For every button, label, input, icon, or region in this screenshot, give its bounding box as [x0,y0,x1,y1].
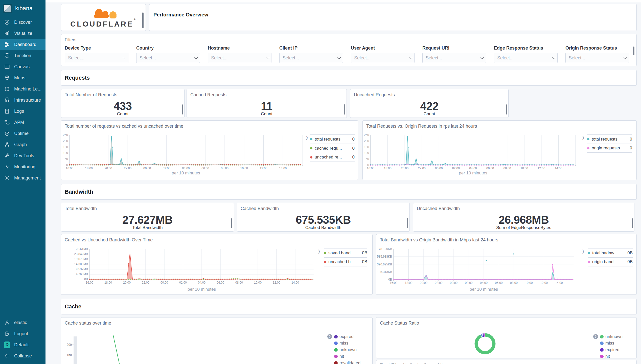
sidebar-footer-item-collapse[interactable]: Collapse [0,350,45,361]
svg-text:28.61MB: 28.61MB [76,247,88,251]
legend-collapse-icon[interactable]: ❯ [582,249,584,254]
filter-select[interactable]: Select... [422,53,486,63]
legend-item-total-requests[interactable]: total requests0 [587,134,632,144]
legend-dot [334,348,338,352]
sidebar-item-timelion[interactable]: Timelion [0,50,45,61]
legend-value: 0B [362,259,367,264]
legend-collapse-icon[interactable]: ❯ [327,334,332,339]
legend-item-unknown[interactable]: unknown [334,347,360,353]
select-placeholder: Select... [569,55,624,61]
filter-label: Country [136,46,200,51]
panel-scrollbar-thumb[interactable] [344,104,345,115]
panel-scrollbar-thumb[interactable] [633,47,634,55]
legend-collapse-icon[interactable]: ❯ [582,135,584,140]
sidebar-item-label: Maps [14,75,25,81]
filter-select[interactable]: Select... [351,53,415,63]
kibana-logo[interactable]: kibana [0,0,45,17]
legend-dot [310,147,312,149]
legend-item-revalidated[interactable]: revalidated [334,360,360,364]
cache-status-ratio-donut[interactable] [474,333,496,355]
legend-item-total-requests[interactable]: total requests0 [310,134,355,144]
total-vs-origin-bandwidth-chart[interactable]: 16:0018:0020:0022:0000:0002:0004:0006:00… [376,246,579,288]
legend-item-origin-requests[interactable]: origin requests0 [587,144,632,153]
svg-text:16:00: 16:00 [66,167,73,170]
requests-vs-origin-chart[interactable]: 16:0018:0020:0022:0000:0002:0004:0006:00… [363,132,582,172]
svg-text:0: 0 [66,163,68,167]
panel-scrollbar-thumb[interactable] [231,218,232,228]
cached-vs-uncached-bandwidth-chart-panel: Cached vs Uncached Bandwidth Over Time 1… [61,234,373,295]
sidebar-item-visualize[interactable]: Visualize [0,28,45,39]
sidebar-nav: DiscoverVisualizeDashboardTimelionCanvas… [0,17,45,184]
donut-slice-unknown[interactable] [476,335,494,353]
filter-select[interactable]: Select... [279,53,343,63]
legend-item-miss[interactable]: miss [334,340,360,347]
sidebar-footer-item-elastic[interactable]: elastic [0,317,45,328]
space-default-icon: D [4,342,10,348]
filter-select[interactable]: Select... [494,53,558,63]
sidebar-item-dashboard[interactable]: Dashboard [0,39,45,50]
metric-value: 27.627MB [61,214,234,226]
legend-item-total-badnw[interactable]: total badnw...0B [588,248,633,257]
legend-item-uncached-b[interactable]: uncached b...0B [324,257,367,266]
filter-select[interactable]: Select... [208,53,271,63]
legend-item-unknown[interactable]: unknown [600,333,623,340]
panel-scrollbar-thumb[interactable] [506,104,507,115]
metric-card-uncached-bandwidth: Uncached Bandwidth26.968MBSum of EdgeRes… [413,203,634,232]
sidebar-item-infrastructure[interactable]: Infrastructure [0,95,45,106]
sidebar-item-label: Discover [14,20,32,25]
legend-item-expired[interactable]: expired [334,333,360,340]
chevron-down-icon [409,56,412,59]
sidebar-item-logs[interactable]: Logs [0,106,45,117]
legend-item-expired[interactable]: expired [600,347,623,353]
panel-scrollbar-thumb[interactable] [632,218,633,228]
sidebar-item-canvas[interactable]: Canvas [0,61,45,72]
requests-over-time-chart[interactable]: 16:0018:0020:0022:0000:0002:0004:0006:00… [61,132,306,172]
chart-legend: total requests0cached requ...0uncached r… [310,134,355,162]
ml-icon [4,86,10,92]
filter-field-user-agent: User AgentSelect... [351,46,415,63]
select-placeholder: Select... [211,55,266,61]
sidebar-footer-item-default[interactable]: DDefault [0,339,45,350]
filters-panel: Filters Device TypeSelect...CountrySelec… [61,34,637,66]
legend-item-uncached-re[interactable]: uncached re...0 [310,153,355,162]
sidebar-item-graph[interactable]: Graph [0,139,45,150]
sidebar-footer-item-logout[interactable]: Logout [0,328,45,339]
legend-item-saved-band[interactable]: saved band...0B [324,248,367,257]
panel-scrollbar-thumb[interactable] [142,12,144,28]
cached-vs-uncached-bandwidth-chart[interactable]: 16:0018:0020:0022:0000:0002:0004:0006:00… [61,246,316,288]
svg-text:20:00: 20:00 [123,281,131,284]
legend-collapse-icon[interactable]: ❯ [306,135,308,140]
sidebar-item-uptime[interactable]: Uptime [0,128,45,139]
legend-item-hit[interactable]: hit [600,353,623,358]
legend-label: revalidated [339,360,360,364]
filters-panel-title: Filters [65,37,76,42]
collapse-icon [4,353,10,359]
sidebar-item-apm[interactable]: APM [0,117,45,128]
panel-scrollbar-thumb[interactable] [182,104,183,115]
legend-item-cached-requ[interactable]: cached requ...0 [310,144,355,153]
svg-text:16:00: 16:00 [367,167,374,170]
metric-title: Uncached Requests [354,92,395,98]
svg-text:00:00: 00:00 [143,167,151,170]
sidebar-item-management[interactable]: Management [0,172,45,184]
legend-item-origin-band[interactable]: origin band...0B [588,257,633,266]
filter-select[interactable]: Select... [136,53,200,63]
sidebar-item-discover[interactable]: Discover [0,17,45,28]
filter-select[interactable]: Select... [65,53,128,63]
legend-collapse-icon[interactable]: ❯ [318,249,320,254]
legend-item-miss[interactable]: miss [600,340,623,347]
cache-status-over-time-chart[interactable]: 200150Count [61,323,372,364]
filter-label: Device Type [65,46,128,51]
svg-text:06:00: 06:00 [217,281,224,284]
metric-title: Cached Bandwidth [241,206,279,211]
legend-item-hit[interactable]: hit [334,353,360,360]
legend-collapse-icon[interactable]: ❯ [593,334,598,339]
sidebar-item-machine-le[interactable]: Machine Le... [0,83,45,95]
sidebar: kibana DiscoverVisualizeDashboardTimelio… [0,0,45,364]
panel-scrollbar-thumb[interactable] [407,218,408,228]
sidebar-item-label: Timelion [14,53,31,58]
filter-select[interactable]: Select... [565,53,629,63]
sidebar-item-maps[interactable]: Maps [0,72,45,83]
sidebar-item-dev-tools[interactable]: Dev Tools [0,150,45,161]
sidebar-item-monitoring[interactable]: Monitoring [0,161,45,172]
